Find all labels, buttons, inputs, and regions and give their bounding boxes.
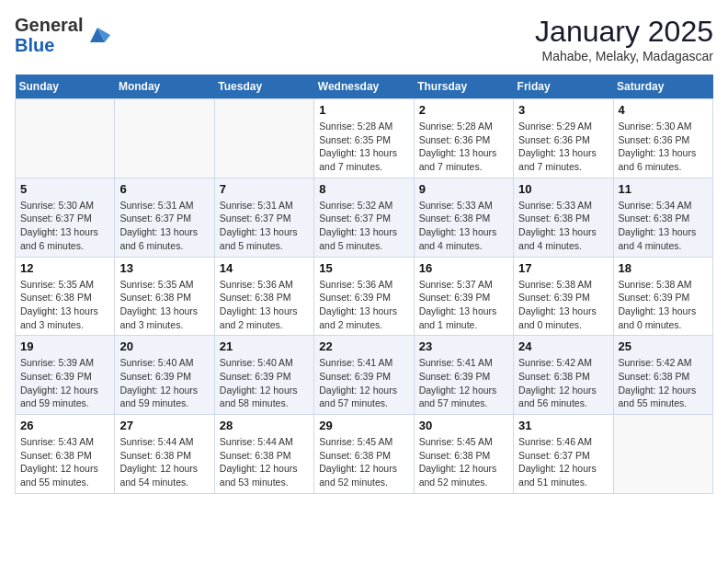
day-cell (613, 415, 712, 494)
day-cell: 3Sunrise: 5:29 AM Sunset: 6:36 PM Daylig… (514, 99, 613, 178)
week-row-1: 1Sunrise: 5:28 AM Sunset: 6:35 PM Daylig… (16, 99, 713, 178)
day-cell: 28Sunrise: 5:44 AM Sunset: 6:38 PM Dayli… (214, 415, 313, 494)
day-info: Sunrise: 5:44 AM Sunset: 6:38 PM Dayligh… (220, 435, 309, 489)
day-cell: 4Sunrise: 5:30 AM Sunset: 6:36 PM Daylig… (613, 99, 712, 178)
day-number: 13 (119, 261, 209, 275)
day-info: Sunrise: 5:33 AM Sunset: 6:38 PM Dayligh… (518, 199, 608, 253)
day-cell: 17Sunrise: 5:38 AM Sunset: 6:39 PM Dayli… (514, 257, 613, 336)
day-number: 7 (220, 182, 309, 196)
day-info: Sunrise: 5:28 AM Sunset: 6:36 PM Dayligh… (419, 120, 508, 174)
day-number: 11 (619, 182, 708, 196)
logo: General Blue (15, 15, 110, 55)
day-number: 21 (220, 339, 309, 353)
calendar-body: 1Sunrise: 5:28 AM Sunset: 6:35 PM Daylig… (16, 99, 713, 494)
day-number: 15 (319, 261, 408, 275)
day-cell: 18Sunrise: 5:38 AM Sunset: 6:39 PM Dayli… (613, 257, 712, 336)
day-cell (16, 99, 115, 178)
day-cell: 24Sunrise: 5:42 AM Sunset: 6:38 PM Dayli… (514, 336, 613, 415)
day-number: 3 (518, 103, 608, 117)
logo-icon (85, 22, 110, 48)
day-cell: 19Sunrise: 5:39 AM Sunset: 6:39 PM Dayli… (16, 336, 115, 415)
day-info: Sunrise: 5:31 AM Sunset: 6:37 PM Dayligh… (119, 199, 209, 253)
day-info: Sunrise: 5:38 AM Sunset: 6:39 PM Dayligh… (518, 278, 608, 332)
header-cell-thursday: Thursday (414, 75, 513, 99)
day-info: Sunrise: 5:37 AM Sunset: 6:39 PM Dayligh… (419, 278, 508, 332)
day-cell: 25Sunrise: 5:42 AM Sunset: 6:38 PM Dayli… (613, 336, 712, 415)
day-cell: 15Sunrise: 5:36 AM Sunset: 6:39 PM Dayli… (314, 257, 414, 336)
day-number: 17 (518, 261, 608, 275)
day-cell: 7Sunrise: 5:31 AM Sunset: 6:37 PM Daylig… (214, 178, 313, 257)
day-number: 16 (419, 261, 508, 275)
day-number: 30 (419, 419, 508, 432)
day-number: 18 (619, 261, 708, 275)
day-number: 4 (619, 103, 708, 117)
month-title: January 2025 (535, 15, 713, 49)
day-cell: 1Sunrise: 5:28 AM Sunset: 6:35 PM Daylig… (314, 99, 414, 178)
day-number: 22 (319, 339, 408, 353)
day-cell: 26Sunrise: 5:43 AM Sunset: 6:38 PM Dayli… (16, 415, 115, 494)
calendar-table: SundayMondayTuesdayWednesdayThursdayFrid… (15, 75, 713, 494)
day-cell: 16Sunrise: 5:37 AM Sunset: 6:39 PM Dayli… (414, 257, 513, 336)
day-cell: 6Sunrise: 5:31 AM Sunset: 6:37 PM Daylig… (115, 178, 214, 257)
day-cell: 9Sunrise: 5:33 AM Sunset: 6:38 PM Daylig… (414, 178, 513, 257)
day-cell: 12Sunrise: 5:35 AM Sunset: 6:38 PM Dayli… (16, 257, 115, 336)
day-number: 23 (419, 339, 508, 353)
day-info: Sunrise: 5:46 AM Sunset: 6:37 PM Dayligh… (518, 435, 608, 489)
header-cell-sunday: Sunday (16, 75, 115, 99)
day-info: Sunrise: 5:36 AM Sunset: 6:39 PM Dayligh… (319, 278, 408, 332)
day-cell: 2Sunrise: 5:28 AM Sunset: 6:36 PM Daylig… (414, 99, 513, 178)
header-row: SundayMondayTuesdayWednesdayThursdayFrid… (16, 75, 713, 99)
day-cell: 30Sunrise: 5:45 AM Sunset: 6:38 PM Dayli… (414, 415, 513, 494)
day-number: 25 (619, 339, 708, 353)
day-info: Sunrise: 5:40 AM Sunset: 6:39 PM Dayligh… (220, 356, 309, 410)
day-cell (214, 99, 313, 178)
week-row-2: 5Sunrise: 5:30 AM Sunset: 6:37 PM Daylig… (16, 178, 713, 257)
day-number: 8 (319, 182, 408, 196)
day-number: 9 (419, 182, 508, 196)
day-number: 28 (220, 419, 309, 432)
day-cell: 29Sunrise: 5:45 AM Sunset: 6:38 PM Dayli… (314, 415, 414, 494)
day-info: Sunrise: 5:28 AM Sunset: 6:35 PM Dayligh… (319, 120, 408, 174)
day-info: Sunrise: 5:38 AM Sunset: 6:39 PM Dayligh… (619, 278, 708, 332)
day-number: 10 (518, 182, 608, 196)
day-number: 27 (119, 419, 209, 432)
day-number: 24 (518, 339, 608, 353)
day-cell: 8Sunrise: 5:32 AM Sunset: 6:37 PM Daylig… (314, 178, 414, 257)
day-cell: 20Sunrise: 5:40 AM Sunset: 6:39 PM Dayli… (115, 336, 214, 415)
day-cell: 21Sunrise: 5:40 AM Sunset: 6:39 PM Dayli… (214, 336, 313, 415)
day-info: Sunrise: 5:31 AM Sunset: 6:37 PM Dayligh… (220, 199, 309, 253)
day-number: 20 (119, 339, 209, 353)
day-info: Sunrise: 5:45 AM Sunset: 6:38 PM Dayligh… (419, 435, 508, 489)
week-row-3: 12Sunrise: 5:35 AM Sunset: 6:38 PM Dayli… (16, 257, 713, 336)
title-block: January 2025 Mahabe, Melaky, Madagascar (535, 15, 713, 63)
day-info: Sunrise: 5:32 AM Sunset: 6:37 PM Dayligh… (319, 199, 408, 253)
header-cell-friday: Friday (514, 75, 613, 99)
day-number: 6 (119, 182, 209, 196)
day-info: Sunrise: 5:33 AM Sunset: 6:38 PM Dayligh… (419, 199, 508, 253)
day-number: 29 (319, 419, 408, 432)
day-number: 1 (319, 103, 408, 117)
day-info: Sunrise: 5:42 AM Sunset: 6:38 PM Dayligh… (619, 356, 708, 410)
day-info: Sunrise: 5:34 AM Sunset: 6:38 PM Dayligh… (619, 199, 708, 253)
day-number: 31 (518, 419, 608, 432)
header-cell-saturday: Saturday (613, 75, 712, 99)
day-info: Sunrise: 5:43 AM Sunset: 6:38 PM Dayligh… (20, 435, 109, 489)
day-cell: 5Sunrise: 5:30 AM Sunset: 6:37 PM Daylig… (16, 178, 115, 257)
location-subtitle: Mahabe, Melaky, Madagascar (535, 49, 713, 63)
day-cell: 22Sunrise: 5:41 AM Sunset: 6:39 PM Dayli… (314, 336, 414, 415)
header-cell-wednesday: Wednesday (314, 75, 414, 99)
day-info: Sunrise: 5:39 AM Sunset: 6:39 PM Dayligh… (20, 356, 109, 410)
day-info: Sunrise: 5:44 AM Sunset: 6:38 PM Dayligh… (119, 435, 209, 489)
calendar-header: SundayMondayTuesdayWednesdayThursdayFrid… (16, 75, 713, 99)
day-info: Sunrise: 5:36 AM Sunset: 6:38 PM Dayligh… (220, 278, 309, 332)
day-number: 26 (20, 419, 109, 432)
week-row-5: 26Sunrise: 5:43 AM Sunset: 6:38 PM Dayli… (16, 415, 713, 494)
day-cell: 10Sunrise: 5:33 AM Sunset: 6:38 PM Dayli… (514, 178, 613, 257)
day-info: Sunrise: 5:45 AM Sunset: 6:38 PM Dayligh… (319, 435, 408, 489)
day-number: 5 (20, 182, 109, 196)
day-cell: 27Sunrise: 5:44 AM Sunset: 6:38 PM Dayli… (115, 415, 214, 494)
header-cell-monday: Monday (115, 75, 214, 99)
logo-blue: Blue (15, 35, 54, 55)
page-header: General Blue January 2025 Mahabe, Melaky… (15, 15, 713, 63)
day-number: 19 (20, 339, 109, 353)
